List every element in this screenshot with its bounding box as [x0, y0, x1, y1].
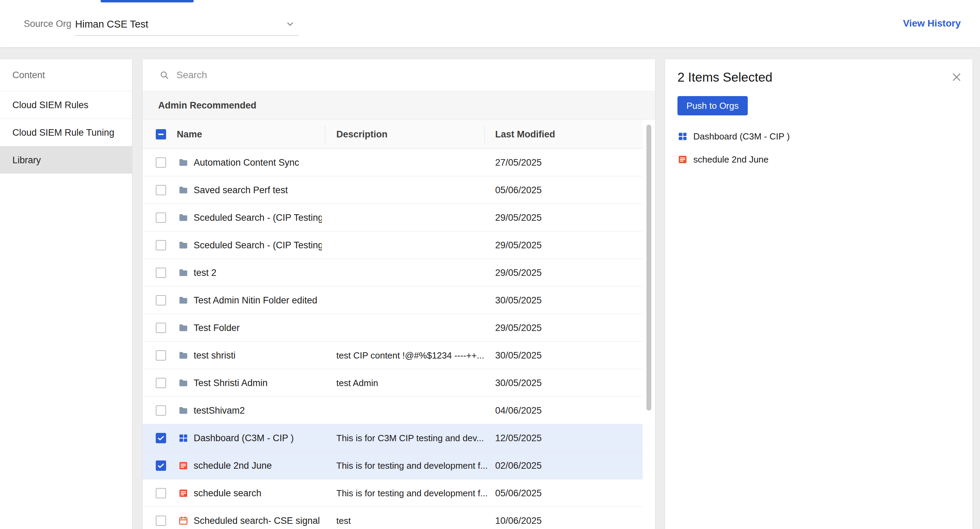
row-checkbox[interactable]	[156, 488, 166, 498]
table-row[interactable]: Dashboard (C3M - CIP )This is for C3M CI…	[143, 424, 643, 452]
row-description	[336, 259, 490, 286]
row-description	[336, 149, 490, 176]
column-divider	[325, 125, 325, 143]
row-name: Test Admin Nitin Folder edited	[194, 286, 322, 314]
table-row[interactable]: Sceduled Search - (CIP Testing)29/05/202…	[143, 204, 643, 232]
sidebar-item-cloud-siem-rule-tuning[interactable]: Cloud SIEM Rule Tuning	[0, 119, 132, 146]
table-row[interactable]: Test Admin Nitin Folder edited30/05/2025	[143, 286, 643, 314]
view-history-link[interactable]: View History	[903, 18, 961, 29]
top-bar: Source Org Himan CSE Test View History	[0, 0, 980, 47]
row-description	[336, 286, 490, 314]
row-name: Test Folder	[194, 314, 322, 342]
row-checkbox[interactable]	[156, 157, 166, 168]
row-name: Saved search Perf test	[194, 176, 322, 204]
table-row[interactable]: test 229/05/2025	[143, 259, 643, 286]
row-checkbox[interactable]	[156, 295, 166, 305]
source-org-label: Source Org	[24, 19, 71, 29]
chevron-down-icon	[285, 19, 295, 29]
table-header: Name Description Last Modified	[143, 120, 643, 149]
sidebar-item-cloud-siem-rules[interactable]: Cloud SIEM Rules	[0, 91, 132, 119]
folder-icon	[178, 240, 188, 250]
row-checkbox[interactable]	[156, 405, 166, 416]
folder-icon	[178, 295, 188, 305]
folder-icon	[178, 378, 188, 388]
source-org-select[interactable]: Himan CSE Test	[75, 13, 299, 36]
row-last-modified: 10/06/2025	[495, 507, 542, 529]
folder-icon	[178, 405, 188, 416]
table-row[interactable]: Scheduled search- CSE signaltest10/06/20…	[143, 507, 643, 529]
table-row[interactable]: Automation Content Sync27/05/2025	[143, 149, 643, 176]
row-checkbox[interactable]	[156, 213, 166, 223]
row-checkbox[interactable]	[156, 433, 166, 443]
selection-title: 2 Items Selected	[678, 70, 773, 85]
row-checkbox[interactable]	[156, 516, 166, 526]
row-checkbox[interactable]	[156, 268, 166, 278]
row-last-modified: 29/05/2025	[495, 232, 542, 259]
row-last-modified: 29/05/2025	[495, 259, 542, 286]
column-header-description[interactable]: Description	[336, 120, 388, 149]
select-all-checkbox[interactable]	[156, 129, 166, 140]
dashboard-icon	[678, 131, 688, 141]
sidebar-heading: Content	[0, 59, 132, 91]
folder-icon	[178, 323, 188, 333]
scheduled-search-icon	[178, 488, 188, 498]
sidebar-item-library[interactable]: Library	[0, 146, 132, 173]
table-row[interactable]: schedule 2nd JuneThis is for testing and…	[143, 452, 643, 480]
vertical-scrollbar[interactable]	[646, 125, 651, 410]
row-last-modified: 29/05/2025	[495, 314, 542, 342]
push-to-orgs-button[interactable]: Push to Orgs	[678, 96, 748, 115]
row-checkbox[interactable]	[156, 185, 166, 195]
folder-icon	[178, 157, 188, 168]
folder-icon	[178, 350, 188, 361]
column-header-last-modified[interactable]: Last Modified	[495, 120, 555, 149]
row-last-modified: 12/05/2025	[495, 424, 542, 452]
row-description: This is for C3M CIP testing and dev...	[336, 424, 490, 452]
selected-item: Dashboard (C3M - CIP )	[678, 128, 962, 145]
table-row[interactable]: Saved search Perf test05/06/2025	[143, 176, 643, 204]
row-checkbox[interactable]	[156, 350, 166, 361]
row-description	[336, 314, 490, 342]
sidebar-nav: Cloud SIEM RulesCloud SIEM Rule TuningLi…	[0, 91, 132, 173]
table-body: Automation Content Sync27/05/2025Saved s…	[143, 149, 655, 529]
search-input[interactable]	[177, 70, 418, 81]
row-last-modified: 04/06/2025	[495, 397, 542, 424]
table-row[interactable]: Test Folder29/05/2025	[143, 314, 643, 342]
row-checkbox[interactable]	[156, 323, 166, 333]
table-row[interactable]: testShivam204/06/2025	[143, 397, 643, 424]
table-row[interactable]: test shristitest CIP content !@#%$1234 -…	[143, 342, 643, 369]
row-description: test Admin	[336, 369, 490, 397]
table-row[interactable]: Sceduled Search - (CIP Testing) 229/05/2…	[143, 232, 643, 259]
active-tab-indicator	[100, 0, 194, 2]
row-description	[336, 232, 490, 259]
scheduled-search-icon	[178, 461, 188, 471]
row-name: schedule 2nd June	[194, 452, 322, 480]
table-row[interactable]: schedule searchThis is for testing and d…	[143, 480, 643, 507]
row-checkbox[interactable]	[156, 240, 166, 250]
column-header-name[interactable]: Name	[177, 120, 202, 149]
search-icon	[159, 70, 170, 80]
row-last-modified: 29/05/2025	[495, 204, 542, 232]
row-checkbox[interactable]	[156, 378, 166, 388]
table-row[interactable]: Test Shristi Admintest Admin30/05/2025	[143, 369, 643, 397]
selected-items-list: Dashboard (C3M - CIP )schedule 2nd June	[678, 128, 962, 174]
row-name: test shristi	[194, 342, 322, 369]
folder-icon	[178, 268, 188, 278]
row-last-modified: 30/05/2025	[495, 342, 542, 369]
row-description: This is for testing and development f...	[336, 452, 490, 480]
sidebar: Content Cloud SIEM RulesCloud SIEM Rule …	[0, 59, 132, 529]
row-checkbox[interactable]	[156, 461, 166, 471]
selection-panel: 2 Items Selected Push to Orgs Dashboard …	[665, 59, 972, 529]
row-description	[336, 397, 490, 424]
close-icon[interactable]	[951, 71, 962, 83]
search-bar	[143, 59, 655, 91]
row-name: test 2	[194, 259, 322, 286]
row-name: Dashboard (C3M - CIP )	[194, 424, 322, 452]
scheduled-search-calendar-icon	[178, 516, 188, 526]
row-name: Test Shristi Admin	[194, 369, 322, 397]
row-name: Automation Content Sync	[194, 149, 322, 176]
row-description: test CIP content !@#%$1234 ----++...	[336, 342, 490, 369]
source-org-value: Himan CSE Test	[75, 19, 148, 30]
app-root: { "colors": { "accent_blue": "#2b5dd7", …	[0, 0, 980, 529]
row-name: schedule search	[194, 480, 322, 507]
selected-item-label: Dashboard (C3M - CIP )	[693, 131, 790, 142]
